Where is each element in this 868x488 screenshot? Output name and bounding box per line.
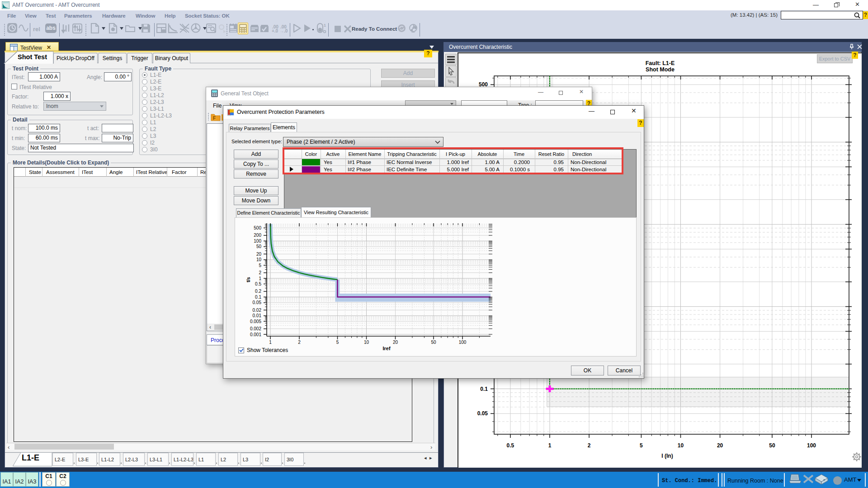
svg-text:500: 500 bbox=[254, 225, 261, 230]
svg-text:1: 1 bbox=[548, 442, 552, 449]
svg-text:Iref: Iref bbox=[382, 346, 390, 351]
svg-text:0.1: 0.1 bbox=[255, 295, 261, 300]
svg-text:0.02: 0.02 bbox=[253, 308, 262, 313]
svg-text:0.01: 0.01 bbox=[253, 313, 262, 318]
svg-text:2: 2 bbox=[588, 442, 591, 449]
svg-text:2: 2 bbox=[259, 270, 261, 275]
svg-text:I (In): I (In) bbox=[661, 453, 673, 459]
svg-text:0.05: 0.05 bbox=[477, 410, 488, 417]
svg-text:50: 50 bbox=[256, 244, 262, 249]
svg-text:0.5: 0.5 bbox=[507, 442, 514, 449]
svg-text:0.5: 0.5 bbox=[255, 282, 261, 286]
svg-text:t/s: t/s bbox=[246, 277, 251, 282]
svg-text:0.001: 0.001 bbox=[250, 332, 261, 337]
svg-text:10: 10 bbox=[678, 442, 684, 449]
svg-text:0.1: 0.1 bbox=[480, 386, 488, 392]
svg-text:10: 10 bbox=[256, 257, 262, 262]
svg-text:50: 50 bbox=[431, 340, 436, 345]
svg-text:0.05: 0.05 bbox=[253, 300, 262, 305]
svg-text:0.005: 0.005 bbox=[250, 319, 261, 324]
svg-text:1: 1 bbox=[259, 276, 261, 281]
svg-text:20: 20 bbox=[717, 442, 723, 449]
svg-text:20: 20 bbox=[256, 252, 262, 257]
svg-text:F: F bbox=[213, 116, 216, 121]
svg-text:200: 200 bbox=[254, 233, 261, 238]
svg-text:1: 1 bbox=[324, 23, 326, 28]
svg-text:5: 5 bbox=[640, 442, 643, 449]
svg-text:0.002: 0.002 bbox=[250, 326, 261, 331]
svg-text:2: 2 bbox=[298, 340, 301, 345]
svg-text:100: 100 bbox=[807, 442, 816, 449]
svg-text:0.2: 0.2 bbox=[255, 289, 261, 294]
svg-text:50: 50 bbox=[769, 442, 775, 449]
svg-text:20: 20 bbox=[393, 340, 398, 345]
svg-text:10: 10 bbox=[364, 340, 369, 345]
svg-text:1: 1 bbox=[269, 340, 272, 345]
svg-text:100: 100 bbox=[459, 340, 467, 345]
svg-text:100: 100 bbox=[254, 239, 261, 244]
svg-text:5: 5 bbox=[336, 340, 339, 345]
svg-text:5: 5 bbox=[259, 263, 261, 268]
